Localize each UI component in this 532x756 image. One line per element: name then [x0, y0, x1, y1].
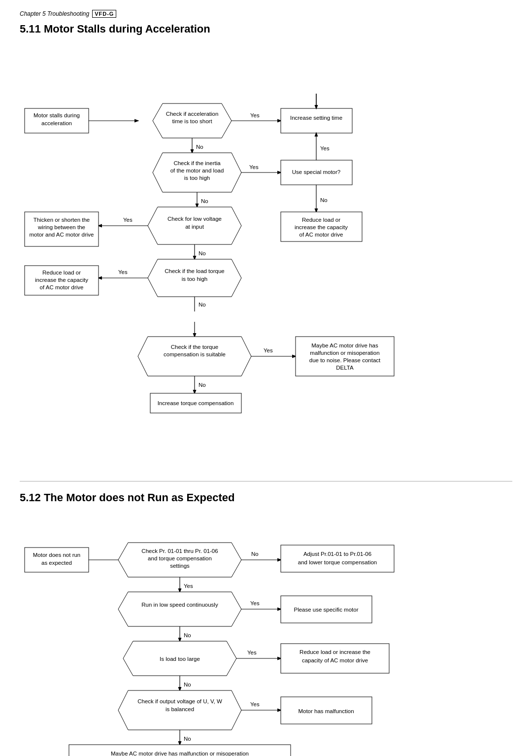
svg-text:Check Pr. 01-01 thru Pr. 01-06: Check Pr. 01-01 thru Pr. 01-06 [141, 548, 218, 554]
chapter-text: Chapter 5 Troubleshooting [20, 10, 89, 17]
svg-text:Adjust Pr.01-01 to Pr.01-06: Adjust Pr.01-01 to Pr.01-06 [303, 551, 371, 557]
svg-text:No: No [320, 197, 328, 203]
svg-text:time is too short: time is too short [172, 118, 212, 124]
svg-text:Please use specific motor: Please use specific motor [294, 607, 358, 613]
svg-text:Yes: Yes [264, 347, 273, 353]
svg-text:Yes: Yes [249, 164, 259, 170]
section-512-title: 5.12 The Motor does not Run as Expected [20, 491, 512, 504]
svg-text:increase the capacity: increase the capacity [295, 224, 348, 230]
svg-text:Reduce load or increase the: Reduce load or increase the [299, 649, 370, 655]
flowchart-511-svg2: Check if the torque compensation is suit… [20, 317, 512, 465]
svg-text:Check if the inertia: Check if the inertia [173, 160, 221, 166]
svg-text:Run in low speed continuously: Run in low speed continuously [141, 602, 218, 608]
svg-text:motor and AC motor drive: motor and AC motor drive [29, 232, 94, 238]
svg-text:capacity of  AC motor drive: capacity of AC motor drive [302, 657, 368, 663]
svg-text:is too high: is too high [184, 175, 210, 181]
svg-text:No: No [199, 302, 206, 308]
section-511-title: 5.11 Motor Stalls during Acceleration [20, 23, 512, 35]
brand-logo: VFD-G [92, 10, 116, 18]
svg-text:is too high: is too high [182, 276, 207, 282]
svg-text:acceleration: acceleration [41, 120, 72, 126]
svg-text:Yes: Yes [123, 217, 133, 223]
svg-text:settings: settings [170, 563, 190, 569]
svg-text:No: No [184, 632, 191, 638]
svg-text:wiring between the: wiring between the [37, 224, 85, 230]
svg-text:No: No [199, 382, 206, 388]
svg-text:No: No [199, 250, 206, 256]
svg-text:No: No [201, 198, 208, 204]
svg-rect-82 [281, 545, 394, 572]
svg-text:Check for low voltage: Check for low voltage [167, 216, 222, 222]
svg-text:Maybe AC motor drive has: Maybe AC motor drive has [311, 343, 378, 348]
svg-text:Yes: Yes [250, 600, 260, 606]
svg-text:compensation is suitable: compensation is suitable [164, 351, 226, 357]
svg-text:Check if acceleration: Check if acceleration [166, 111, 219, 117]
svg-text:Yes: Yes [118, 269, 128, 275]
svg-text:Check if output voltage of U, : Check if output voltage of U, V, W [137, 698, 222, 704]
svg-text:Reduce load or: Reduce load or [302, 217, 340, 223]
flowchart-512-svg: Motor does not run as expected Check Pr.… [20, 513, 512, 756]
section-divider [20, 481, 512, 481]
svg-text:Use special motor?: Use special motor? [292, 169, 340, 175]
svg-text:Yes: Yes [247, 650, 257, 655]
svg-rect-9 [281, 108, 352, 133]
svg-text:Check if the torque: Check if the torque [171, 344, 219, 350]
svg-text:is balanced: is balanced [166, 706, 194, 712]
svg-text:and lower torque compensation: and lower torque compensation [298, 559, 377, 565]
flowchart-511-svg: Motor stalls during acceleration Check i… [20, 44, 512, 320]
svg-text:increase the capacity: increase the capacity [35, 277, 88, 283]
svg-text:No: No [196, 144, 203, 150]
svg-text:Thicken or shorten the: Thicken or shorten the [33, 217, 90, 223]
svg-text:of  AC motor drive: of AC motor drive [40, 284, 84, 290]
svg-text:Increase torque compensation: Increase torque compensation [158, 400, 234, 406]
svg-text:Increase setting time: Increase setting time [290, 115, 342, 121]
svg-text:No: No [184, 736, 191, 742]
svg-text:malfunction or misoperation: malfunction or misoperation [310, 350, 379, 356]
svg-text:DELTA: DELTA [336, 365, 354, 371]
svg-text:Reduce load or: Reduce load or [42, 270, 81, 275]
svg-marker-87 [118, 592, 241, 626]
svg-text:Motor  has malfunction: Motor has malfunction [298, 708, 354, 714]
svg-text:and torque compensation: and torque compensation [148, 555, 212, 561]
svg-text:Check if the load torque: Check if the load torque [165, 268, 224, 274]
svg-text:Yes: Yes [250, 701, 260, 707]
svg-text:as expected: as expected [41, 560, 72, 566]
svg-text:due to noise. Please contact: due to noise. Please contact [309, 357, 381, 363]
chapter-header: Chapter 5 Troubleshooting VFD-G [20, 10, 512, 18]
svg-text:Motor stalls during: Motor stalls during [33, 112, 80, 118]
svg-text:at input: at input [185, 224, 204, 230]
svg-text:Maybe AC motor drive has malfu: Maybe AC motor drive has malfunction or … [111, 751, 249, 756]
svg-text:Yes: Yes [184, 583, 193, 589]
flowchart-511-cont: Check if the torque compensation is suit… [20, 317, 512, 466]
svg-text:Yes: Yes [250, 112, 260, 118]
svg-text:No: No [251, 551, 259, 557]
svg-text:of the motor and load: of the motor and load [170, 168, 224, 173]
svg-text:Is load too large: Is load too large [160, 656, 200, 662]
svg-text:of  AC motor drive: of AC motor drive [299, 232, 343, 238]
svg-text:No: No [184, 682, 191, 687]
flowchart-511: Motor stalls during acceleration Check i… [20, 44, 512, 322]
svg-text:Yes: Yes [320, 145, 330, 151]
svg-text:Motor does not run: Motor does not run [33, 552, 81, 558]
flowchart-512: Motor does not run as expected Check Pr.… [20, 513, 512, 756]
